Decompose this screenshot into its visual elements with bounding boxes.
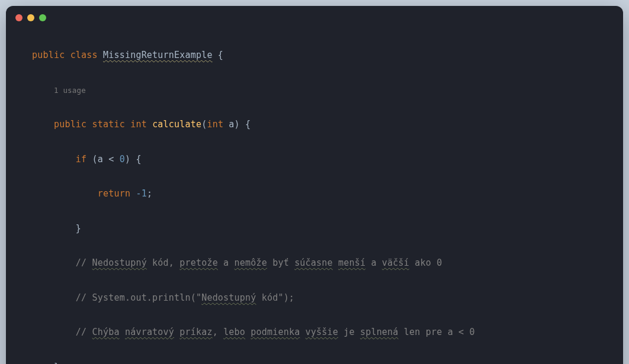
class-name: MissingReturnExample <box>103 50 213 60</box>
zoom-button[interactable] <box>39 14 46 21</box>
punct: { <box>130 154 141 165</box>
punct: ; <box>147 188 152 199</box>
type: int <box>130 119 147 130</box>
usage-hint: 1 usage <box>54 86 86 95</box>
punct: ) <box>125 154 130 165</box>
identifier: a <box>98 154 103 165</box>
keyword: public <box>54 119 86 130</box>
punct: ( <box>92 154 98 165</box>
editor-window: public class MissingReturnExample { 1 us… <box>6 6 623 364</box>
minimize-button[interactable] <box>27 14 34 21</box>
code-editor[interactable]: public class MissingReturnExample { 1 us… <box>6 25 623 364</box>
number: -1 <box>136 188 146 199</box>
number: 0 <box>120 154 125 165</box>
keyword: class <box>70 50 98 60</box>
keyword: public <box>32 50 65 60</box>
comment: // Chýba návratový príkaz, lebo podmienk… <box>76 327 475 337</box>
error-brace: } <box>54 362 59 364</box>
comment: // System.out.println("Nedostupný kód"); <box>76 292 294 303</box>
keyword: if <box>76 154 86 165</box>
punct: ) <box>235 119 240 130</box>
punct: } <box>76 223 81 234</box>
titlebar <box>6 6 623 25</box>
keyword: static <box>92 119 125 130</box>
comment: // Nedostupný kód, pretože a nemôže byť … <box>76 257 442 268</box>
punct: { <box>213 50 223 60</box>
method-calculate: calculate <box>152 119 201 130</box>
punct: { <box>240 119 251 130</box>
param-name: a <box>223 119 234 130</box>
close-button[interactable] <box>15 14 23 21</box>
param-type: int <box>207 119 223 130</box>
keyword: return <box>98 188 130 199</box>
